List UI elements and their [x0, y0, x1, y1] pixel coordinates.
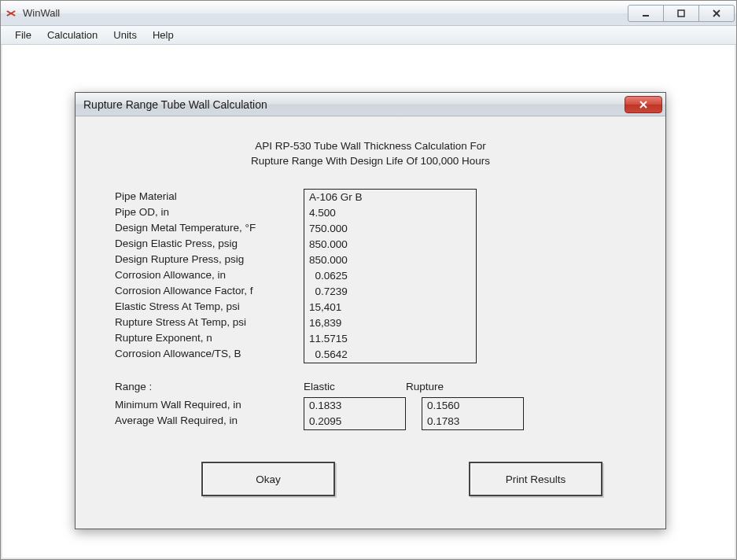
client-area: Rupture Range Tube Wall Calculation API …	[1, 45, 736, 559]
dialog-heading-line1: API RP-530 Tube Wall Thickness Calculati…	[115, 140, 626, 152]
range-rupture-label: Rupture	[406, 381, 508, 392]
menubar: File Calculation Units Help	[1, 26, 736, 45]
value-design-elastic-press: 850.000	[309, 237, 471, 252]
label-pipe-material: Pipe Material	[115, 189, 304, 204]
range-block: Range : Elastic Rupture Minimum Wall Req…	[115, 381, 626, 430]
label-corrosion-allowance: Corrosion Allowance, in	[115, 267, 304, 283]
value-design-rupture-press: 850.000	[309, 252, 471, 268]
value-design-metal-temp: 750.000	[309, 221, 471, 237]
value-rupture-exponent: 11.5715	[309, 331, 471, 347]
dialog-heading-line2: Rupture Range With Design Life Of 100,00…	[115, 155, 626, 167]
label-rupture-exponent: Rupture Exponent, n	[115, 330, 304, 346]
close-icon	[639, 100, 648, 109]
parameters-block: Pipe Material Pipe OD, in Design Metal T…	[115, 189, 626, 363]
window-controls	[628, 5, 735, 22]
range-row-labels: Minimum Wall Required, in Average Wall R…	[115, 397, 304, 429]
menu-units[interactable]: Units	[105, 27, 145, 43]
range-elastic-label: Elastic	[304, 381, 406, 392]
dialog-close-button[interactable]	[625, 96, 662, 113]
rupture-values-box: 0.1560 0.1783	[422, 397, 524, 430]
label-pipe-od: Pipe OD, in	[115, 204, 304, 220]
main-window: WinWall File Calculation Units Help Rupt…	[0, 0, 737, 560]
svg-rect-1	[678, 10, 684, 17]
dialog-body: API RP-530 Tube Wall Thickness Calculati…	[76, 116, 665, 512]
value-elastic-min: 0.1833	[309, 398, 400, 414]
calculation-dialog: Rupture Range Tube Wall Calculation API …	[75, 92, 666, 529]
minimize-icon	[641, 9, 650, 18]
maximize-button[interactable]	[663, 5, 699, 22]
label-corrosion-allowance-factor: Corrosion Allowance Factor, f	[115, 283, 304, 299]
label-design-rupture-press: Design Rupture Press, psig	[115, 252, 304, 267]
label-min-wall: Minimum Wall Required, in	[115, 397, 304, 413]
value-corrosion-allowance: 0.0625	[309, 268, 471, 284]
app-title: WinWall	[23, 7, 60, 19]
label-corrosion-allowance-ts: Corrosion Allowance/TS, B	[115, 346, 304, 362]
menu-calculation[interactable]: Calculation	[39, 27, 105, 43]
app-icon	[6, 7, 18, 20]
menu-file[interactable]: File	[7, 27, 39, 43]
value-pipe-od: 4.500	[309, 205, 471, 221]
value-rupture-avg: 0.1783	[427, 414, 518, 429]
value-rupture-stress: 16,839	[309, 315, 471, 331]
dialog-button-row: Okay Print Results	[115, 462, 626, 496]
value-elastic-avg: 0.2095	[309, 414, 400, 429]
parameter-labels: Pipe Material Pipe OD, in Design Metal T…	[115, 189, 304, 362]
menu-help[interactable]: Help	[145, 27, 182, 43]
okay-button[interactable]: Okay	[201, 462, 335, 496]
value-pipe-material: A-106 Gr B	[309, 190, 471, 205]
maximize-icon	[676, 9, 686, 18]
close-icon	[712, 9, 721, 18]
label-elastic-stress: Elastic Stress At Temp, psi	[115, 299, 304, 315]
dialog-title-text: Rupture Range Tube Wall Calculation	[83, 98, 267, 111]
label-rupture-stress: Rupture Stress At Temp, psi	[115, 315, 304, 330]
label-avg-wall: Average Wall Required, in	[115, 413, 304, 429]
range-label: Range :	[115, 381, 304, 392]
parameter-values: A-106 Gr B 4.500 750.000 850.000 850.000…	[304, 189, 477, 363]
value-elastic-stress: 15,401	[309, 300, 471, 315]
minimize-button[interactable]	[628, 5, 664, 22]
close-button[interactable]	[698, 5, 735, 22]
dialog-titlebar[interactable]: Rupture Range Tube Wall Calculation	[76, 93, 665, 116]
value-corrosion-allowance-ts: 0.5642	[309, 347, 471, 363]
label-design-elastic-press: Design Elastic Press, psig	[115, 236, 304, 252]
value-rupture-min: 0.1560	[427, 398, 518, 414]
main-titlebar[interactable]: WinWall	[1, 1, 736, 26]
value-corrosion-allowance-factor: 0.7239	[309, 284, 471, 300]
print-results-button[interactable]: Print Results	[469, 462, 602, 496]
label-design-metal-temp: Design Metal Temperature, °F	[115, 220, 304, 236]
elastic-values-box: 0.1833 0.2095	[304, 397, 406, 430]
